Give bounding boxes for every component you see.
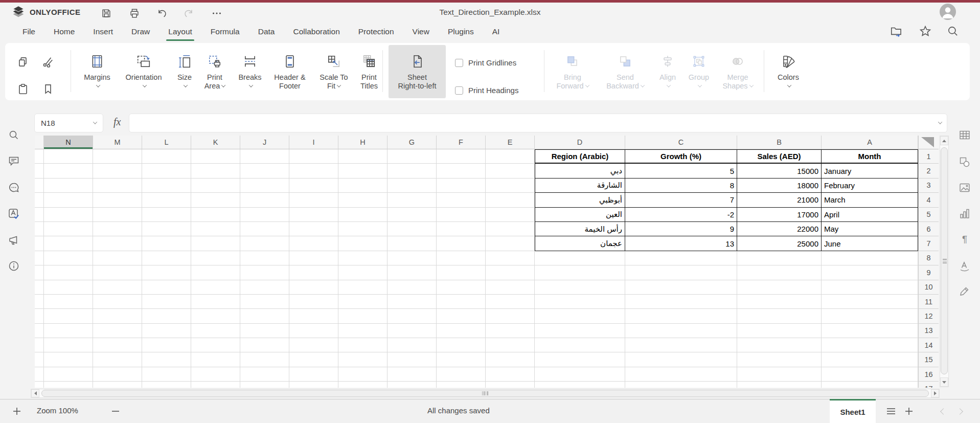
cell-F2[interactable] xyxy=(437,164,486,178)
cell-I14[interactable] xyxy=(289,338,338,352)
cell-H8[interactable] xyxy=(338,251,388,265)
cell-E14[interactable] xyxy=(486,338,535,352)
cell-B13[interactable] xyxy=(737,324,822,338)
cell-E12[interactable] xyxy=(486,309,535,323)
cell-H5[interactable] xyxy=(338,208,388,222)
row-header-15[interactable]: 15 xyxy=(919,352,939,367)
about-icon[interactable] xyxy=(7,259,20,273)
cell-C2[interactable]: 5 xyxy=(625,164,737,178)
cell-C10[interactable] xyxy=(625,280,737,295)
cell-L13[interactable] xyxy=(142,324,191,338)
cell-A1[interactable]: Month xyxy=(822,149,918,164)
cell-G1[interactable] xyxy=(388,149,437,164)
cell-I9[interactable] xyxy=(289,265,338,280)
cell-E2[interactable] xyxy=(486,164,535,178)
chat-icon[interactable] xyxy=(7,181,20,194)
cell-A6[interactable]: May xyxy=(822,222,918,236)
sheet-list-icon[interactable] xyxy=(884,405,898,418)
cell-F1[interactable] xyxy=(437,149,486,164)
cell-A14[interactable] xyxy=(822,338,918,352)
cell-N17[interactable] xyxy=(44,382,93,388)
cell-K5[interactable] xyxy=(191,208,240,222)
cell-M10[interactable] xyxy=(93,280,142,295)
print-button[interactable] xyxy=(128,7,141,20)
column-header-M[interactable]: M xyxy=(93,136,142,149)
cell-N6[interactable] xyxy=(44,222,93,236)
horizontal-scrollbar-thumb[interactable] xyxy=(41,390,929,397)
cell-D15[interactable] xyxy=(535,352,625,367)
cell-M8[interactable] xyxy=(93,251,142,265)
cell-A15[interactable] xyxy=(822,352,918,367)
cell-G3[interactable] xyxy=(388,179,437,193)
cell-H2[interactable] xyxy=(338,164,388,178)
cell-D11[interactable] xyxy=(535,295,625,309)
cell-x13[interactable] xyxy=(35,324,44,338)
cell-B4[interactable]: 21000 xyxy=(737,193,822,207)
cell-K11[interactable] xyxy=(191,295,240,309)
colors-button[interactable]: Colors xyxy=(773,45,804,98)
cell-H14[interactable] xyxy=(338,338,388,352)
cell-J9[interactable] xyxy=(240,265,289,280)
row-header-13[interactable]: 13 xyxy=(919,324,939,338)
save-button[interactable] xyxy=(100,7,113,20)
cell-C15[interactable] xyxy=(625,352,737,367)
cell-C14[interactable] xyxy=(625,338,737,352)
cell-A4[interactable]: March xyxy=(822,193,918,207)
cell-A2[interactable]: January xyxy=(822,164,918,178)
cell-F10[interactable] xyxy=(437,280,486,295)
cell-E3[interactable] xyxy=(486,179,535,193)
cell-J7[interactable] xyxy=(240,236,289,251)
cell-K3[interactable] xyxy=(191,179,240,193)
cell-x12[interactable] xyxy=(35,309,44,323)
cell-H11[interactable] xyxy=(338,295,388,309)
more-actions-button[interactable] xyxy=(210,7,223,20)
cell-A7[interactable]: June xyxy=(822,236,918,251)
cell-x16[interactable] xyxy=(35,367,44,382)
horizontal-scrollbar[interactable] xyxy=(31,389,940,398)
cell-E9[interactable] xyxy=(486,265,535,280)
cell-C17[interactable] xyxy=(625,382,737,388)
cell-C13[interactable] xyxy=(625,324,737,338)
cell-x7[interactable] xyxy=(35,236,44,251)
cell-K8[interactable] xyxy=(191,251,240,265)
text-art-settings-icon[interactable] xyxy=(958,259,971,273)
cell-B17[interactable] xyxy=(737,382,822,388)
scroll-down-button[interactable] xyxy=(940,377,948,387)
cell-H3[interactable] xyxy=(338,179,388,193)
previous-sheet-button[interactable] xyxy=(937,405,950,418)
cell-G7[interactable] xyxy=(388,236,437,251)
cell-B2[interactable]: 15000 xyxy=(737,164,822,178)
cell-M13[interactable] xyxy=(93,324,142,338)
cell-H15[interactable] xyxy=(338,352,388,367)
tab-draw[interactable]: Draw xyxy=(122,23,159,41)
cell-J4[interactable] xyxy=(240,193,289,207)
cell-A9[interactable] xyxy=(822,265,918,280)
select-all-corner[interactable] xyxy=(918,136,939,149)
cell-L14[interactable] xyxy=(142,338,191,352)
cell-N9[interactable] xyxy=(44,265,93,280)
cell-I5[interactable] xyxy=(289,208,338,222)
cell-N2[interactable] xyxy=(44,164,93,178)
cell-B16[interactable] xyxy=(737,367,822,382)
zoom-level-label[interactable]: Zoom 100% xyxy=(37,406,78,415)
row-header-9[interactable]: 9 xyxy=(919,265,939,280)
cell-I13[interactable] xyxy=(289,324,338,338)
cell-D17[interactable] xyxy=(535,382,625,388)
cell-I7[interactable] xyxy=(289,236,338,251)
cell-L17[interactable] xyxy=(142,382,191,388)
tab-protection[interactable]: Protection xyxy=(349,23,403,41)
tab-formula[interactable]: Formula xyxy=(201,23,249,41)
cell-x10[interactable] xyxy=(35,280,44,295)
cell-M9[interactable] xyxy=(93,265,142,280)
cell-J5[interactable] xyxy=(240,208,289,222)
cell-G2[interactable] xyxy=(388,164,437,178)
cell-x4[interactable] xyxy=(35,193,44,207)
cell-I6[interactable] xyxy=(289,222,338,236)
cell-A17[interactable] xyxy=(822,382,918,388)
cell-G14[interactable] xyxy=(388,338,437,352)
tab-collaboration[interactable]: Collaboration xyxy=(284,23,349,41)
cell-x5[interactable] xyxy=(35,208,44,222)
cell-K7[interactable] xyxy=(191,236,240,251)
cell-E10[interactable] xyxy=(486,280,535,295)
cell-M12[interactable] xyxy=(93,309,142,323)
